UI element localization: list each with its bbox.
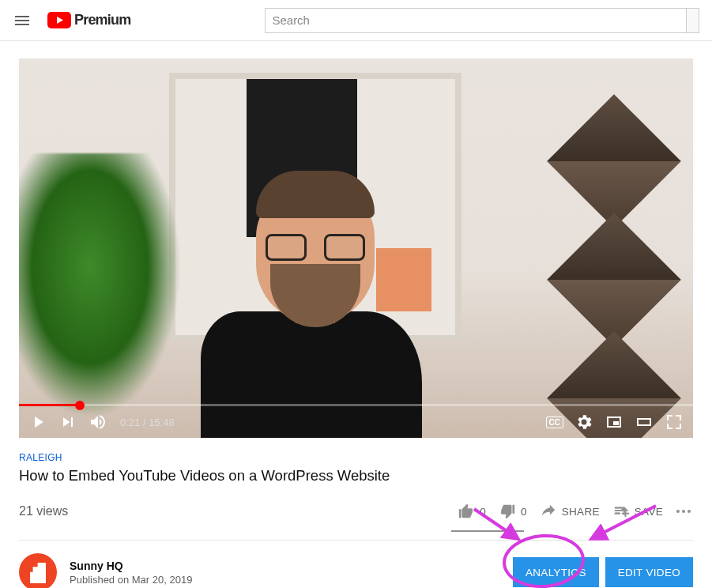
- captions-button[interactable]: CC: [546, 416, 563, 428]
- video-category[interactable]: RALEIGH: [19, 452, 693, 463]
- thumbs-down-icon: [499, 503, 516, 520]
- video-frame: [19, 58, 693, 438]
- view-count: 21 views: [19, 504, 68, 518]
- edit-video-button[interactable]: EDIT VIDEO: [605, 557, 693, 587]
- like-count: 0: [480, 506, 486, 518]
- fullscreen-icon[interactable]: [665, 413, 684, 432]
- miniplayer-icon[interactable]: [605, 413, 623, 432]
- play-icon[interactable]: [28, 413, 47, 432]
- save-label: SAVE: [635, 506, 663, 518]
- dislike-count: 0: [521, 506, 527, 518]
- svg-point-2: [682, 510, 685, 513]
- search-button[interactable]: [687, 8, 699, 33]
- logo-text: Premium: [74, 12, 130, 28]
- share-icon: [540, 503, 557, 520]
- time-display: 0:21 / 15:48: [120, 416, 175, 428]
- video-player[interactable]: 0:21 / 15:48 CC: [19, 58, 693, 438]
- sentiment-bar: [451, 530, 524, 532]
- svg-point-3: [688, 510, 691, 513]
- channel-name[interactable]: Sunny HQ: [70, 560, 192, 572]
- channel-avatar[interactable]: [19, 553, 57, 588]
- youtube-play-icon: [47, 12, 71, 28]
- like-button[interactable]: 0: [451, 496, 492, 527]
- theater-icon[interactable]: [635, 413, 654, 432]
- share-button[interactable]: SHARE: [533, 496, 606, 527]
- save-button[interactable]: SAVE: [606, 496, 669, 527]
- search-input[interactable]: [265, 8, 687, 33]
- menu-icon[interactable]: [13, 11, 32, 30]
- analytics-button[interactable]: ANALYTICS: [513, 557, 599, 587]
- volume-icon[interactable]: [89, 413, 107, 432]
- divider: [19, 540, 693, 541]
- svg-point-1: [676, 510, 680, 513]
- dislike-button[interactable]: 0: [492, 496, 533, 527]
- youtube-logo[interactable]: Premium: [47, 12, 130, 28]
- video-title: How to Embed YouTube Videos on a WordPre…: [19, 467, 693, 484]
- settings-icon[interactable]: [574, 413, 593, 432]
- next-icon[interactable]: [58, 413, 77, 432]
- publish-date: Published on Mar 20, 2019: [70, 574, 192, 586]
- share-label: SHARE: [562, 506, 600, 518]
- thumbs-up-icon: [458, 503, 475, 520]
- more-icon[interactable]: [674, 502, 693, 521]
- save-icon: [612, 503, 630, 520]
